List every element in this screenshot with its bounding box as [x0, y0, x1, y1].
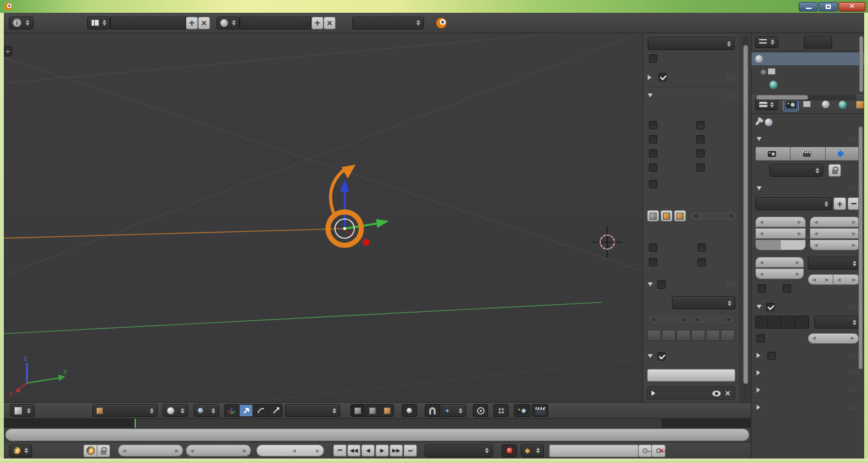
shading-panel-header[interactable] — [751, 364, 864, 380]
timeline-ruler-ticks[interactable] — [5, 428, 749, 441]
axis-button[interactable] — [647, 330, 661, 341]
snap-element-select[interactable]: ✦ — [441, 404, 466, 417]
outliner-item-renderlayers[interactable]: ⊕ — [751, 65, 864, 78]
pivot-point-select[interactable] — [193, 404, 219, 417]
show-weights-row[interactable] — [649, 180, 662, 188]
edge-angle-row[interactable] — [649, 258, 662, 266]
viewport-shading-select[interactable] — [163, 404, 188, 417]
opengl-render-anim-button[interactable] — [532, 404, 548, 417]
timeline-editor-select[interactable] — [9, 444, 32, 457]
face-select-mode-button[interactable] — [380, 404, 394, 417]
render-engine-select[interactable] — [352, 17, 424, 29]
panel-grip-icon[interactable] — [849, 136, 859, 142]
interaction-mode-select[interactable] — [92, 404, 158, 417]
render-presets-select[interactable] — [755, 197, 832, 210]
border-checkbox[interactable] — [758, 284, 766, 293]
panel-grip-icon[interactable] — [726, 74, 736, 80]
aa-sample-button[interactable] — [768, 316, 781, 329]
aa-sample-button[interactable] — [781, 316, 795, 329]
jump-to-start-button[interactable]: ⏮ — [333, 444, 347, 457]
lock-time-button[interactable] — [97, 444, 110, 457]
cursor-3d[interactable] — [592, 227, 623, 257]
aa-size-field[interactable]: ◀▶ — [808, 333, 859, 344]
add-layout-button[interactable]: + — [186, 17, 198, 29]
axis-button[interactable] — [721, 330, 735, 341]
analysis-angle-range[interactable]: ◀▶ ◀▶ — [647, 314, 735, 325]
delete-layout-button[interactable]: × — [198, 17, 210, 29]
axis-button[interactable] — [676, 330, 691, 341]
mesh-analysis-checkbox[interactable] — [657, 280, 666, 289]
manipulator-rotate-button[interactable] — [254, 404, 268, 417]
vertex-normals-button[interactable] — [647, 210, 659, 222]
edge-angle-checkbox[interactable] — [649, 258, 657, 266]
axis-button[interactable] — [662, 330, 676, 341]
outliner-hscrollbar-thumb[interactable] — [756, 95, 808, 100]
transform-orientation-select[interactable] — [285, 404, 340, 417]
manipulator-toggle-button[interactable] — [224, 404, 238, 417]
expand-plus-icon[interactable]: ⊕ — [760, 68, 766, 76]
add-preset-button[interactable]: + — [833, 197, 846, 210]
crop-checkbox[interactable] — [783, 284, 791, 293]
end-frame-field[interactable]: ◀▶ — [186, 444, 251, 457]
proportional-edit-button[interactable] — [473, 404, 488, 417]
overlay-bevel[interactable] — [696, 135, 709, 143]
next-keyframe-button[interactable]: ▶▶ — [389, 444, 403, 457]
face-normals-button[interactable] — [674, 210, 686, 222]
frame-start-field[interactable]: ◀▶ — [810, 216, 860, 227]
aa-filter-select[interactable] — [814, 316, 860, 329]
sync-mode-select[interactable] — [425, 444, 493, 457]
jump-to-end-button[interactable]: ⏭ — [404, 444, 417, 457]
timeline-ruler[interactable] — [4, 428, 751, 442]
motion-tracking-panel-header[interactable] — [648, 73, 736, 81]
outliner-display-filter-select[interactable] — [804, 36, 832, 49]
faces-checkbox[interactable] — [649, 121, 657, 129]
add-image-button[interactable] — [647, 369, 735, 382]
limit-selection-visible-button[interactable] — [402, 404, 417, 417]
aspect-y-field[interactable]: ◀▶ — [755, 268, 804, 279]
start-frame-field[interactable]: ◀▶ — [118, 444, 183, 457]
use-preview-range-button[interactable] — [83, 444, 97, 457]
previous-keyframe-button[interactable]: ◀◀ — [347, 444, 361, 457]
render-panel-header[interactable] — [751, 132, 864, 146]
panel-grip-icon[interactable] — [849, 304, 859, 310]
edge-length-row[interactable] — [649, 243, 662, 252]
aa-sample-button[interactable] — [795, 316, 809, 329]
opengl-render-image-button[interactable] — [514, 404, 530, 417]
close-icon[interactable]: × — [725, 389, 731, 398]
auto-keyframe-record-button[interactable] — [502, 444, 517, 457]
normals-size-field[interactable]: ◀▶ — [689, 211, 738, 222]
frame-rate-select[interactable] — [808, 257, 860, 270]
panel-grip-icon[interactable] — [726, 93, 736, 99]
axis-button[interactable] — [706, 330, 720, 341]
manipulator-scale-button[interactable] — [268, 404, 283, 417]
overlay-sharp[interactable] — [696, 121, 709, 129]
panel-grip-icon[interactable] — [849, 353, 859, 359]
edge-marks-checkbox[interactable] — [696, 149, 705, 158]
viewport-editor-select[interactable] — [10, 404, 35, 417]
expand-arrow-icon[interactable] — [651, 391, 658, 396]
axis-button[interactable] — [691, 330, 705, 341]
overlay-seams[interactable] — [649, 163, 662, 172]
sampled-motion-blur-checkbox[interactable] — [767, 352, 776, 360]
mesh-analysis-panel-header[interactable] — [648, 280, 736, 289]
outliner-editor-select[interactable] — [755, 37, 778, 48]
insert-keyframes-button[interactable] — [639, 444, 652, 457]
delete-keyframes-button[interactable]: × — [652, 444, 666, 457]
background-image-item[interactable]: × — [647, 386, 735, 400]
background-images-checkbox[interactable] — [657, 352, 666, 361]
panel-grip-icon[interactable] — [849, 404, 859, 410]
angle-max-field[interactable]: ◀▶ — [691, 314, 735, 325]
edge-select-mode-button[interactable] — [365, 404, 379, 417]
bevel-checkbox[interactable] — [696, 135, 705, 143]
panel-grip-icon[interactable] — [849, 186, 859, 191]
viewport-3d[interactable]: z y x + — [4, 33, 751, 402]
lock-interface-button[interactable] — [828, 164, 841, 177]
current-frame-marker[interactable] — [135, 419, 136, 428]
seams-checkbox[interactable] — [649, 163, 657, 172]
delete-scene-button[interactable]: × — [323, 17, 336, 29]
frame-step-field[interactable]: ◀▶ — [810, 240, 860, 250]
audio-button[interactable] — [826, 147, 860, 161]
manipulator-translate-button[interactable] — [239, 404, 253, 417]
close-button[interactable]: ✕ — [839, 2, 865, 12]
frame-end-field[interactable]: ◀▶ — [810, 228, 860, 239]
